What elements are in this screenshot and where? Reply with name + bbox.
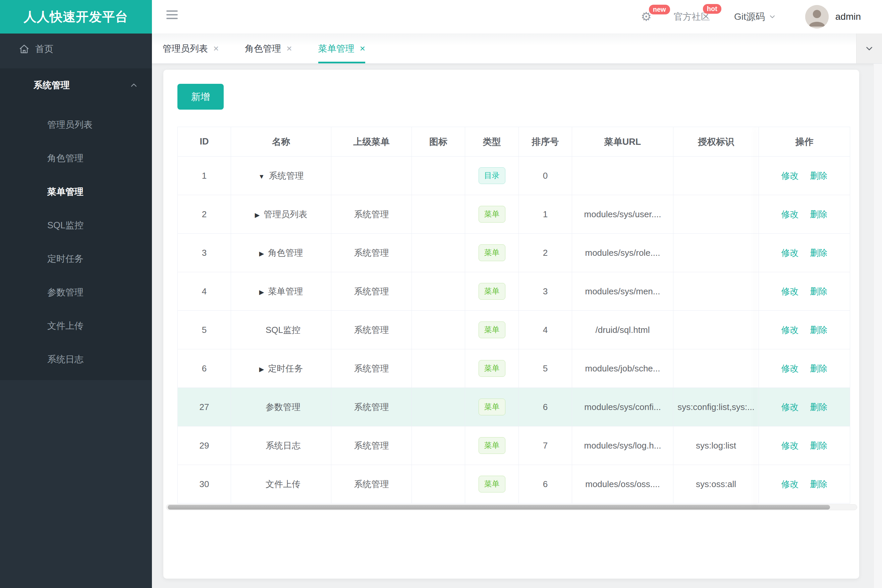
sidebar-item[interactable]: SQL监控 xyxy=(0,208,152,242)
table-row[interactable]: 5 SQL监控 系统管理 菜单 4 /druid/sql.html 修改删除 xyxy=(178,311,850,350)
cell-permission xyxy=(673,350,759,388)
delete-link[interactable]: 删除 xyxy=(810,441,828,450)
cell-menu-url: modules/sys/men... xyxy=(572,272,673,311)
table-row[interactable]: 29 系统日志 系统管理 菜单 7 modules/sys/log.h... s… xyxy=(178,426,850,465)
edit-link[interactable]: 修改 xyxy=(781,171,799,181)
git-source-menu[interactable]: Git源码 xyxy=(734,10,776,23)
tab-list-dropdown-button[interactable] xyxy=(856,33,882,63)
horizontal-scrollbar-thumb[interactable] xyxy=(168,505,830,510)
tab-close-icon[interactable]: × xyxy=(360,43,365,54)
sidebar-group-header[interactable]: 系统管理 xyxy=(0,68,152,102)
cell-name: ▶角色管理 xyxy=(231,234,331,272)
delete-link[interactable]: 删除 xyxy=(810,286,828,296)
delete-link[interactable]: 删除 xyxy=(810,402,828,412)
col-header-type: 类型 xyxy=(465,127,519,156)
cell-id: 29 xyxy=(178,426,231,465)
cell-type: 菜单 xyxy=(465,465,519,504)
edit-link[interactable]: 修改 xyxy=(781,325,799,335)
tree-expand-icon[interactable]: ▼ xyxy=(258,173,265,180)
sidebar-item-label: SQL监控 xyxy=(47,219,84,231)
cell-actions: 修改删除 xyxy=(759,426,850,465)
table-row[interactable]: 27 参数管理 系统管理 菜单 6 modules/sys/confi... s… xyxy=(178,388,850,426)
edit-link[interactable]: 修改 xyxy=(781,248,799,258)
type-badge: 菜单 xyxy=(479,244,505,261)
cell-icon xyxy=(412,350,465,388)
table-row[interactable]: 3 ▶角色管理 系统管理 菜单 2 modules/sys/role.... 修… xyxy=(178,234,850,272)
delete-link[interactable]: 删除 xyxy=(810,171,828,181)
username[interactable]: admin xyxy=(835,11,861,22)
delete-link[interactable]: 删除 xyxy=(810,248,828,258)
cell-order: 6 xyxy=(519,388,572,426)
tree-expand-icon[interactable]: ▶ xyxy=(259,366,264,373)
sidebar-item-label: 菜单管理 xyxy=(47,186,84,198)
cell-icon xyxy=(412,426,465,465)
tab-label: 角色管理 xyxy=(245,43,281,55)
table-row[interactable]: 30 文件上传 系统管理 菜单 6 modules/oss/oss.... sy… xyxy=(178,465,850,504)
topbar: ⚙ new 官方社区 hot Git源码 admin xyxy=(152,0,882,33)
avatar[interactable] xyxy=(805,5,829,28)
cell-type: 菜单 xyxy=(465,195,519,234)
type-badge: 菜单 xyxy=(479,283,505,300)
cell-permission: sys:config:list,sys:... xyxy=(673,388,759,426)
table-row[interactable]: 1 ▼系统管理 目录 0 修改删除 xyxy=(178,156,850,195)
cell-menu-url: modules/sys/confi... xyxy=(572,388,673,426)
cell-id: 1 xyxy=(178,156,231,195)
app-root: 人人快速开发平台 ⚙ new 官方社区 hot Git源码 xyxy=(0,0,882,588)
cell-icon xyxy=(412,234,465,272)
cell-icon xyxy=(412,388,465,426)
community-link[interactable]: 官方社区 hot xyxy=(674,11,710,23)
sidebar-item[interactable]: 参数管理 xyxy=(0,276,152,309)
tree-expand-icon[interactable]: ▶ xyxy=(259,289,264,296)
sidebar-group-label: 系统管理 xyxy=(33,79,70,91)
settings-button[interactable]: ⚙ new xyxy=(641,11,652,23)
edit-link[interactable]: 修改 xyxy=(781,402,799,412)
sidebar-item[interactable]: 文件上传 xyxy=(0,309,152,343)
menu-name: 系统日志 xyxy=(266,441,301,450)
table-row[interactable]: 2 ▶管理员列表 系统管理 菜单 1 modules/sys/user.... … xyxy=(178,195,850,234)
menu-name: 管理员列表 xyxy=(264,209,307,219)
sidebar-item[interactable]: 角色管理 xyxy=(0,141,152,175)
tree-expand-icon[interactable]: ▶ xyxy=(255,212,260,219)
cell-id: 4 xyxy=(178,272,231,311)
menu-name: 角色管理 xyxy=(268,248,303,258)
tab[interactable]: 管理员列表 × xyxy=(163,33,219,63)
add-button[interactable]: 新增 xyxy=(177,84,224,110)
brand-title: 人人快速开发平台 xyxy=(24,8,128,26)
cell-order: 3 xyxy=(519,272,572,311)
sidebar-toggle-icon[interactable] xyxy=(166,10,178,21)
sidebar-item[interactable]: 菜单管理 xyxy=(0,175,152,208)
menu-name: SQL监控 xyxy=(266,325,301,335)
cell-icon xyxy=(412,465,465,504)
table-row[interactable]: 6 ▶定时任务 系统管理 菜单 5 modules/job/sche... 修改… xyxy=(178,350,850,388)
tab[interactable]: 菜单管理 × xyxy=(318,33,365,63)
cell-menu-url xyxy=(572,156,673,195)
tab-bar: 管理员列表 × 角色管理 × 菜单管理 × xyxy=(152,33,882,64)
edit-link[interactable]: 修改 xyxy=(781,441,799,450)
cell-parent-menu: 系统管理 xyxy=(331,350,412,388)
delete-link[interactable]: 删除 xyxy=(810,479,828,489)
sidebar-item-home[interactable]: 首页 xyxy=(0,33,152,64)
cell-order: 0 xyxy=(519,156,572,195)
sidebar-item-label: 定时任务 xyxy=(47,253,84,265)
tab[interactable]: 角色管理 × xyxy=(245,33,292,63)
sidebar-items: 管理员列表 角色管理 菜单管理 SQL监控 定时任务 参数管理 文件上传 系统日… xyxy=(0,102,152,376)
cell-type: 菜单 xyxy=(465,311,519,350)
sidebar-item[interactable]: 定时任务 xyxy=(0,242,152,276)
tree-expand-icon[interactable]: ▶ xyxy=(259,250,264,257)
delete-link[interactable]: 删除 xyxy=(810,325,828,335)
edit-link[interactable]: 修改 xyxy=(781,363,799,374)
delete-link[interactable]: 删除 xyxy=(810,363,828,374)
delete-link[interactable]: 删除 xyxy=(810,209,828,219)
sidebar-item[interactable]: 系统日志 xyxy=(0,343,152,376)
horizontal-scrollbar-track[interactable] xyxy=(166,504,857,510)
tab-close-icon[interactable]: × xyxy=(286,43,292,54)
tab-close-icon[interactable]: × xyxy=(213,43,219,54)
cell-menu-url: modules/sys/role.... xyxy=(572,234,673,272)
tab-label: 管理员列表 xyxy=(163,43,208,55)
edit-link[interactable]: 修改 xyxy=(781,479,799,489)
cell-name: ▶管理员列表 xyxy=(231,195,331,234)
edit-link[interactable]: 修改 xyxy=(781,209,799,219)
edit-link[interactable]: 修改 xyxy=(781,286,799,296)
sidebar-item[interactable]: 管理员列表 xyxy=(0,108,152,141)
table-row[interactable]: 4 ▶菜单管理 系统管理 菜单 3 modules/sys/men... 修改删… xyxy=(178,272,850,311)
